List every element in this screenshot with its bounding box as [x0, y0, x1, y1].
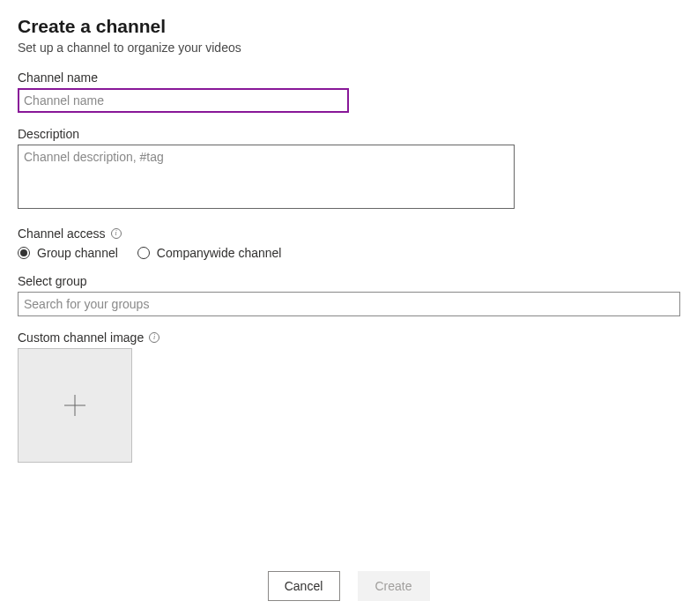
channel-access-radios: Group channel Companywide channel: [18, 246, 679, 260]
info-icon[interactable]: i: [149, 332, 159, 343]
radio-circle-icon: [137, 247, 150, 259]
select-group-label: Select group: [18, 274, 679, 288]
radio-group-channel[interactable]: Group channel: [18, 246, 118, 260]
description-group: Description: [18, 127, 679, 212]
radio-group-label: Group channel: [37, 246, 118, 260]
custom-image-group: Custom channel image i: [18, 330, 679, 463]
page-title: Create a channel: [18, 16, 679, 37]
select-group-input[interactable]: [18, 292, 680, 316]
cancel-button[interactable]: Cancel: [268, 571, 340, 601]
radio-companywide-label: Companywide channel: [157, 246, 282, 260]
description-label: Description: [18, 127, 679, 141]
channel-access-group: Channel access i Group channel Companywi…: [18, 226, 679, 260]
channel-name-label: Channel name: [18, 71, 679, 85]
channel-name-input[interactable]: [18, 88, 349, 113]
radio-companywide-channel[interactable]: Companywide channel: [137, 246, 282, 260]
channel-name-group: Channel name: [18, 71, 679, 113]
image-upload-button[interactable]: [18, 348, 132, 463]
custom-image-label: Custom channel image: [18, 330, 144, 345]
page-subtitle: Set up a channel to organize your videos: [18, 41, 679, 55]
button-row: Cancel Create: [0, 571, 697, 601]
info-icon[interactable]: i: [111, 228, 122, 239]
plus-icon: [63, 393, 87, 418]
channel-access-label: Channel access: [18, 226, 106, 241]
select-group-group: Select group: [18, 274, 679, 316]
create-button[interactable]: Create: [358, 571, 430, 601]
description-input[interactable]: [18, 145, 515, 209]
radio-circle-icon: [18, 247, 30, 259]
